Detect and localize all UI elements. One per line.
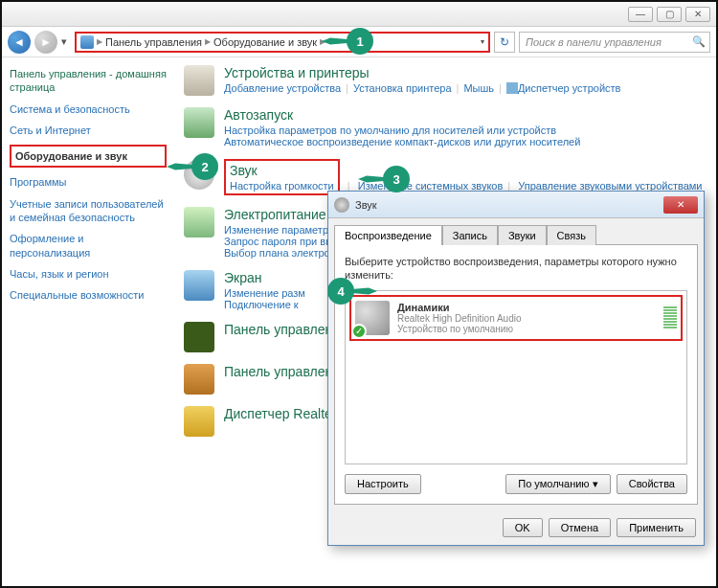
category-title[interactable]: Автозапуск bbox=[224, 107, 707, 123]
search-placeholder: Поиск в панели управления bbox=[526, 36, 662, 48]
dialog-title: Звук bbox=[355, 199, 658, 211]
control-panel-icon bbox=[80, 35, 94, 49]
breadcrumb-control-panel[interactable]: Панель управления bbox=[105, 36, 202, 48]
nav-back-button[interactable]: ◄ bbox=[8, 31, 31, 54]
breadcrumb-dropdown[interactable]: ▾ bbox=[481, 37, 484, 46]
link-power-settings[interactable]: Изменение параметро bbox=[224, 224, 334, 236]
sound-dialog: Звук ✕ Воспроизведение Запись Звуки Связ… bbox=[327, 191, 705, 546]
sidebar-item-hardware-sound[interactable]: Оборудование и звук bbox=[10, 145, 167, 168]
sidebar-item-clock[interactable]: Часы, язык и регион bbox=[10, 267, 167, 281]
sidebar-item-appearance[interactable]: Оформление и персонализация bbox=[10, 232, 167, 260]
breadcrumb[interactable]: ▶ Панель управления ▶ Оборудование и зву… bbox=[75, 32, 490, 53]
tab-sounds[interactable]: Звуки bbox=[498, 225, 547, 245]
window-close-button[interactable]: ✕ bbox=[685, 7, 710, 22]
window-maximize-button[interactable]: ▢ bbox=[657, 7, 682, 22]
chevron-right-icon: ▶ bbox=[205, 37, 211, 46]
window-titlebar: — ▢ ✕ bbox=[2, 2, 716, 27]
display-icon bbox=[184, 270, 214, 301]
callout-3: 3 bbox=[383, 166, 410, 192]
callout-1: 1 bbox=[347, 28, 373, 55]
set-default-button[interactable]: По умолчанию bbox=[505, 474, 610, 494]
properties-button[interactable]: Свойства bbox=[617, 474, 687, 494]
nvidia-icon bbox=[184, 322, 214, 352]
callout-2: 2 bbox=[191, 153, 218, 180]
sidebar: Панель управления - домашняя страница Си… bbox=[2, 57, 174, 586]
link-password-wake[interactable]: Запрос пароля при вы bbox=[224, 236, 333, 247]
search-input[interactable]: Поиск в панели управления 🔍 bbox=[519, 32, 710, 53]
category-autoplay: Автозапуск Настройка параметров по умолч… bbox=[184, 107, 707, 147]
link-add-device[interactable]: Добавление устройства bbox=[224, 82, 341, 94]
link-volume[interactable]: Настройка громкости bbox=[230, 180, 334, 192]
realtek-icon bbox=[184, 406, 214, 437]
breadcrumb-hardware-sound[interactable]: Оборудование и звук bbox=[213, 36, 317, 48]
sidebar-item-programs[interactable]: Программы bbox=[10, 175, 167, 189]
sidebar-home[interactable]: Панель управления - домашняя страница bbox=[10, 67, 167, 95]
autoplay-icon bbox=[184, 107, 214, 138]
link-autoplay-cd[interactable]: Автоматическое воспроизведение компакт-д… bbox=[224, 136, 580, 147]
link-connect-display[interactable]: Подключение к bbox=[224, 299, 299, 310]
sidebar-item-accounts[interactable]: Учетные записи пользователей и семейная … bbox=[10, 197, 167, 225]
level-meter-icon bbox=[663, 306, 677, 328]
link-power-plan[interactable]: Выбор плана электроп bbox=[224, 247, 336, 259]
tab-communications[interactable]: Связь bbox=[547, 225, 596, 245]
cancel-button[interactable]: Отмена bbox=[549, 518, 611, 537]
ok-button[interactable]: OK bbox=[503, 518, 543, 537]
device-status: Устройство по умолчанию bbox=[397, 324, 656, 334]
dialog-instruction: Выберите устройство воспроизведения, пар… bbox=[345, 255, 687, 283]
dialog-tabs: Воспроизведение Запись Звуки Связь bbox=[328, 218, 704, 244]
refresh-button[interactable]: ↻ bbox=[494, 32, 515, 53]
realtek-panel-icon bbox=[184, 364, 214, 395]
link-add-printer[interactable]: Установка принтера bbox=[353, 82, 452, 94]
apply-button[interactable]: Применить bbox=[617, 518, 696, 537]
speaker-icon bbox=[334, 197, 349, 213]
search-icon[interactable]: 🔍 bbox=[692, 35, 706, 48]
link-mouse[interactable]: Мышь bbox=[463, 82, 494, 94]
window-minimize-button[interactable]: — bbox=[628, 7, 653, 22]
nav-history-dropdown[interactable]: ▾ bbox=[61, 35, 71, 48]
nav-forward-button[interactable]: ► bbox=[34, 31, 57, 54]
device-name: Динамики bbox=[397, 302, 656, 313]
link-autoplay-defaults[interactable]: Настройка параметров по умолчанию для но… bbox=[224, 124, 556, 136]
tab-playback[interactable]: Воспроизведение bbox=[334, 225, 442, 245]
tab-recording[interactable]: Запись bbox=[442, 225, 498, 245]
link-text-size[interactable]: Изменение разм bbox=[224, 287, 305, 299]
device-item-speakers[interactable]: ✓ Динамики Realtek High Definition Audio… bbox=[349, 295, 683, 341]
device-driver: Realtek High Definition Audio bbox=[397, 313, 656, 324]
category-devices: Устройства и принтеры Добавление устройс… bbox=[184, 65, 707, 96]
shield-icon bbox=[506, 82, 518, 94]
sidebar-item-network[interactable]: Сеть и Интернет bbox=[10, 124, 167, 137]
dialog-close-button[interactable]: ✕ bbox=[663, 196, 698, 214]
default-check-icon: ✓ bbox=[351, 324, 367, 339]
printer-icon bbox=[184, 65, 214, 96]
callout-4: 4 bbox=[327, 278, 354, 305]
category-title[interactable]: Устройства и принтеры bbox=[224, 65, 707, 80]
sidebar-item-accessibility[interactable]: Специальные возможности bbox=[10, 288, 167, 302]
sidebar-item-system[interactable]: Система и безопасность bbox=[10, 102, 167, 116]
chevron-right-icon: ▶ bbox=[97, 37, 102, 46]
link-device-manager[interactable]: Диспетчер устройств bbox=[518, 82, 621, 94]
power-icon bbox=[184, 207, 214, 237]
device-list[interactable]: ✓ Динамики Realtek High Definition Audio… bbox=[345, 290, 687, 464]
dialog-titlebar: Звук ✕ bbox=[328, 192, 704, 218]
category-title[interactable]: Звук bbox=[230, 163, 334, 178]
configure-button[interactable]: Настроить bbox=[345, 474, 421, 494]
